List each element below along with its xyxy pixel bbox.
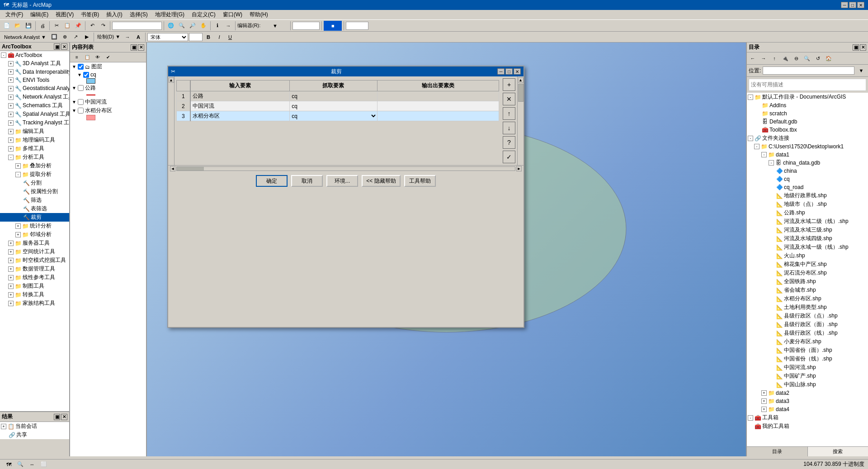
list-by-visibility[interactable]: 👁 — [93, 52, 103, 62]
catalog-item-addins[interactable]: 📁 AddIns — [747, 101, 868, 109]
location-go[interactable]: ▼ — [856, 66, 866, 76]
layer-expand-cq[interactable]: ▼ — [77, 72, 82, 77]
menu-select[interactable]: 选择(S) — [126, 10, 151, 19]
expand-geostat[interactable]: + — [8, 86, 14, 91]
cell-output-2[interactable] — [377, 101, 499, 111]
expand-default[interactable]: - — [748, 95, 753, 100]
move-down-button[interactable]: ↓ — [503, 122, 515, 134]
cell-snap-2[interactable]: cq — [290, 101, 377, 111]
tree-item-extract[interactable]: - 📁 提取分析 — [0, 170, 69, 179]
catalog-item-cotton[interactable]: 📐 棉花集中产区.shp — [747, 260, 868, 269]
move-up-button[interactable]: ↑ — [503, 107, 515, 120]
expand-data1[interactable]: - — [761, 152, 767, 157]
layer-expand[interactable]: ▼ — [72, 64, 76, 69]
draw-a[interactable]: A — [133, 32, 143, 42]
layer-rice[interactable]: ▼ 水稻分布区 — [70, 106, 146, 115]
tree-item-datainterop[interactable]: + 🔧 Data Interoperability Too — [0, 68, 69, 76]
tree-item-analysis[interactable]: - 📁 分析工具 — [0, 153, 69, 161]
scroll-up[interactable]: ▲ — [169, 77, 174, 83]
undo-button[interactable]: ↶ — [87, 21, 97, 31]
results-current[interactable]: + 📋 当前会话 — [0, 422, 69, 431]
catalog-item-data1[interactable]: - 📁 data1 — [747, 151, 868, 159]
na-dropdown[interactable]: Network Analyst ▼ — [2, 32, 48, 42]
tree-item-geostat[interactable]: + 🔧 Geostatistical Analyst 工 — [0, 84, 69, 93]
catalog-item-mountain[interactable]: 📐 中国山脉.shp — [747, 380, 868, 389]
italic-btn[interactable]: I — [214, 32, 224, 42]
tree-item-edit[interactable]: + 📁 编辑工具 — [0, 127, 69, 136]
catalog-item-work1[interactable]: - 📁 C:\Users\17520\Desktop\work1 — [747, 142, 868, 151]
new-button[interactable]: 📄 — [2, 21, 12, 31]
tab-search[interactable]: 搜索 — [808, 447, 868, 456]
catalog-item-admin-border[interactable]: 📐 地级行政界线.shp — [747, 191, 868, 200]
catalog-item-fileconn[interactable]: - 🔗 文件夹连接 — [747, 134, 868, 142]
menu-file[interactable]: 文件(F) — [2, 10, 27, 19]
tab-catalog[interactable]: 目录 — [747, 447, 808, 456]
catalog-item-cq[interactable]: 🔷 cq — [747, 175, 868, 183]
tree-item-linearref[interactable]: + 📁 线性参考工具 — [0, 273, 69, 282]
check-button[interactable]: ✓ — [503, 151, 515, 163]
arctoolbox-float[interactable]: ▣ — [54, 43, 60, 50]
catalog-home[interactable]: 🏠 — [824, 53, 834, 63]
menu-view[interactable]: 视图(V) — [52, 10, 77, 19]
expand-server[interactable]: + — [8, 241, 14, 246]
scroll-right[interactable]: ► — [516, 166, 522, 171]
expand-multidim[interactable]: + — [8, 146, 14, 152]
tree-item-tracking[interactable]: + 🔧 Tracking Analyst 工具 — [0, 118, 69, 127]
menu-insert[interactable]: 插入(I) — [103, 10, 126, 19]
menu-edit[interactable]: 编辑(E) — [27, 10, 52, 19]
tree-item-split-attr[interactable]: 🔨 按属性分割 — [0, 187, 69, 196]
menu-help[interactable]: 帮助(H) — [246, 10, 272, 19]
expand-china-gdb[interactable]: - — [769, 160, 774, 166]
tree-item-server[interactable]: + 📁 服务器工具 — [0, 239, 69, 247]
tree-item-carto[interactable]: + 📁 制图工具 — [0, 282, 69, 290]
zoom-out[interactable]: 🔎 — [188, 21, 198, 31]
scale-input[interactable]: 1 : 2,422,318 — [112, 22, 162, 30]
tree-item-datamgmt[interactable]: + 📁 数据管理工具 — [0, 265, 69, 273]
layer-input[interactable]: cq — [292, 22, 320, 30]
catalog-item-landuse[interactable]: 📐 土地利用类型.shp — [747, 303, 868, 312]
results-share[interactable]: 🔗 共享 — [0, 431, 69, 439]
print-button[interactable]: 🖨 — [38, 21, 47, 31]
catalog-back[interactable]: ← — [748, 53, 758, 63]
catalog-forward[interactable]: → — [759, 53, 769, 63]
tree-item-conversion[interactable]: + 📁 转换工具 — [0, 290, 69, 299]
hscroll-thumb[interactable] — [177, 167, 204, 171]
underline-btn[interactable]: U — [225, 32, 235, 42]
expand-envi[interactable]: + — [8, 77, 14, 83]
layer-checkbox-road[interactable] — [78, 85, 84, 91]
expand-work1[interactable]: - — [754, 144, 760, 149]
dialog-minimize[interactable]: ─ — [497, 68, 505, 75]
expand-topo[interactable]: + — [8, 301, 14, 306]
catalog-item-debris[interactable]: 📐 泥石流分布区.shp — [747, 269, 868, 277]
cell-output-1[interactable] — [377, 91, 499, 101]
select-button[interactable]: → — [223, 21, 233, 31]
add-row-button[interactable]: + — [503, 78, 515, 91]
expand-carto[interactable]: + — [8, 284, 14, 289]
scroll-left[interactable]: ◄ — [170, 166, 175, 171]
snap-input[interactable]: 500 — [346, 22, 368, 30]
tree-item-overlay[interactable]: + 📁 叠加分析 — [0, 161, 69, 170]
expand-prox[interactable]: + — [15, 232, 21, 237]
catalog-item-river2[interactable]: 📐 河流及水域二级（线）.shp — [747, 217, 868, 226]
tree-item-3d[interactable]: + 🔧 3D Analyst 工具 — [0, 59, 69, 68]
open-button[interactable]: 📂 — [13, 21, 23, 31]
cell-input-3[interactable]: 水稻分布区 — [190, 111, 290, 121]
catalog-item-data4[interactable]: + 📁 data4 — [747, 405, 868, 413]
status-map-btn[interactable]: 🗺 — [4, 461, 14, 468]
layer-group-admin[interactable]: ▼ 🗂 图层 — [70, 62, 146, 71]
catalog-item-prov-line[interactable]: 📐 中国省份（线）.shp — [747, 355, 868, 363]
pan-button[interactable]: ✋ — [198, 21, 208, 31]
tree-item-spatial[interactable]: + 🔧 Spatial Analyst 工具 — [0, 110, 69, 118]
dialog-maximize[interactable]: □ — [505, 68, 513, 75]
expand-fileconn[interactable]: - — [748, 136, 753, 141]
na-btn3[interactable]: ↗ — [71, 32, 81, 42]
expand-analysis[interactable]: - — [8, 155, 14, 160]
env-button[interactable]: 环境... — [326, 175, 358, 187]
catalog-search[interactable]: 🔍 — [802, 53, 812, 63]
tree-item-geocode[interactable]: + 📁 地理编码工具 — [0, 136, 69, 144]
table-row-3[interactable]: 3 水稻分布区 cq ▼ — [177, 111, 499, 121]
cell-snap-3[interactable]: cq ▼ — [290, 111, 377, 121]
status-pan-btn[interactable]: ↔ — [27, 461, 37, 468]
expand-geocode[interactable]: + — [8, 137, 14, 143]
catalog-item-road-shp[interactable]: 📐 公路.shp — [747, 208, 868, 217]
